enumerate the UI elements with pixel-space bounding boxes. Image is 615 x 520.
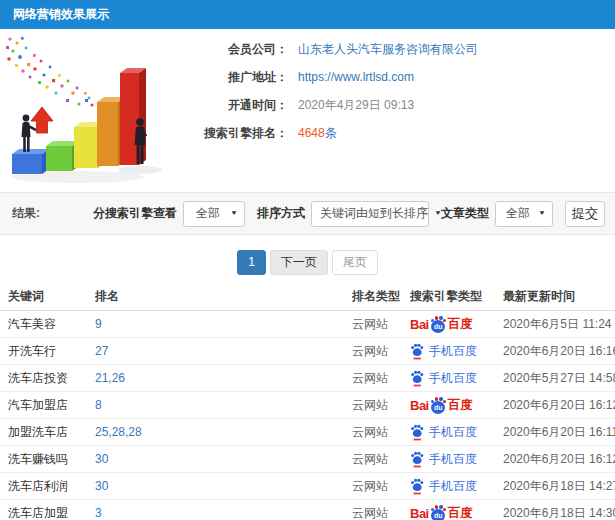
result-label: 结果: xyxy=(12,205,40,222)
header-bar: 网络营销效果展示 xyxy=(0,0,615,29)
sort-filter-label: 排序方式 xyxy=(257,205,305,222)
chevron-down-icon: ▼ xyxy=(538,210,546,217)
rank-link[interactable]: 3 xyxy=(95,506,102,520)
cell-engine: Bai du 百度 手机百度 xyxy=(410,370,503,387)
promo-url-link[interactable]: https://www.lrtlsd.com xyxy=(298,70,414,84)
table-row: 洗车店利润 30 云网站 Bai du 百度 xyxy=(0,473,615,500)
paw-icon xyxy=(410,478,424,495)
company-info-list: 会员公司： 山东老人头汽车服务咨询有限公司 推广地址： https://www.… xyxy=(188,29,615,192)
rank-link[interactable]: 30 xyxy=(95,452,108,466)
info-section: 会员公司： 山东老人头汽车服务咨询有限公司 推广地址： https://www.… xyxy=(0,29,615,192)
rank-link[interactable]: 30 xyxy=(95,479,108,493)
rank-count-number: 4648 xyxy=(298,126,325,140)
pagination: 1 下一页 尾页 xyxy=(0,249,615,275)
filter-controls: 分搜索引擎查看 全部 ▼ 排序方式 关键词由短到长排序 ▼ 文章类型 全部 ▼ … xyxy=(81,201,605,227)
table-row: 洗车赚钱吗 30 云网站 Bai du 百度 xyxy=(0,446,615,473)
table-row: 洗车店加盟 3 云网站 Bai du 百度 xyxy=(0,500,615,520)
cell-rank: 21,26 xyxy=(95,371,352,385)
baidu-logo-bai-text: Bai xyxy=(410,398,429,413)
open-time-value: 2020年4月29日 09:13 xyxy=(298,97,414,114)
rank-link[interactable]: 25,28,28 xyxy=(95,425,142,439)
rank-link[interactable]: 21,26 xyxy=(95,371,125,385)
cell-rank: 9 xyxy=(95,317,352,331)
info-row-rank-count: 搜索引擎排名： 4648条 xyxy=(188,119,615,147)
cell-rank: 3 xyxy=(95,506,352,520)
pagination-page-1[interactable]: 1 xyxy=(237,250,266,275)
cell-rank-type: 云网站 xyxy=(352,505,410,520)
header-rank: 排名 xyxy=(95,288,352,305)
cell-engine: Bai du 百度 手机百度 xyxy=(410,505,503,520)
paw-icon xyxy=(410,451,424,468)
cell-engine: Bai du 百度 手机百度 xyxy=(410,397,503,414)
info-row-company: 会员公司： 山东老人头汽车服务咨询有限公司 xyxy=(188,35,615,63)
cell-engine: Bai du 百度 手机百度 xyxy=(410,451,503,468)
paw-icon xyxy=(410,370,424,387)
cell-rank-type: 云网站 xyxy=(352,478,410,495)
company-name-link[interactable]: 山东老人头汽车服务咨询有限公司 xyxy=(298,41,478,58)
confetti-dots xyxy=(6,37,94,107)
article-type-label: 文章类型 xyxy=(441,205,489,222)
submit-button[interactable]: 提交 xyxy=(565,201,605,227)
cell-engine: Bai du 百度 手机百度 xyxy=(410,424,503,441)
cell-time: 2020年6月5日 11:24 xyxy=(503,316,615,333)
cell-rank: 27 xyxy=(95,344,352,358)
cell-time: 2020年6月18日 14:30 xyxy=(503,505,615,520)
page-title: 网络营销效果展示 xyxy=(13,6,109,23)
cell-keyword: 开洗车行 xyxy=(8,343,95,360)
marketing-chart-illustration xyxy=(0,29,188,189)
info-row-open-time: 开通时间： 2020年4月29日 09:13 xyxy=(188,91,615,119)
cell-rank-type: 云网站 xyxy=(352,424,410,441)
cell-keyword: 洗车店加盟 xyxy=(8,505,95,520)
rank-link[interactable]: 9 xyxy=(95,317,102,331)
cell-keyword: 洗车店利润 xyxy=(8,478,95,495)
baidu-paw-icon: du xyxy=(430,397,447,414)
mobile-baidu-logo: 手机百度 xyxy=(410,343,477,360)
cell-rank: 30 xyxy=(95,452,352,466)
table-row: 洗车店投资 21,26 云网站 Bai du 百度 xyxy=(0,365,615,392)
cell-keyword: 洗车店投资 xyxy=(8,370,95,387)
table-row: 汽车美容 9 云网站 Bai du 百度 xyxy=(0,311,615,338)
cell-time: 2020年5月27日 14:58 xyxy=(503,370,615,387)
info-row-url: 推广地址： https://www.lrtlsd.com xyxy=(188,63,615,91)
mobile-baidu-label: 手机百度 xyxy=(429,343,477,360)
article-type-value: 全部 xyxy=(504,205,538,222)
header-update-time: 最新更新时间 xyxy=(503,288,615,305)
rank-link[interactable]: 8 xyxy=(95,398,102,412)
cell-rank: 30 xyxy=(95,479,352,493)
cell-rank: 25,28,28 xyxy=(95,425,352,439)
baidu-logo-cn-text: 百度 xyxy=(448,505,473,520)
pagination-last-button[interactable]: 尾页 xyxy=(332,250,378,275)
cell-rank-type: 云网站 xyxy=(352,370,410,387)
article-type-select[interactable]: 全部 ▼ xyxy=(495,201,553,227)
mobile-baidu-label: 手机百度 xyxy=(429,478,477,495)
bar-chart-clipart xyxy=(0,29,188,189)
mobile-baidu-label: 手机百度 xyxy=(429,424,477,441)
cell-keyword: 洗车赚钱吗 xyxy=(8,451,95,468)
header-engine-type: 搜索引擎类型 xyxy=(410,288,503,305)
engine-filter-value: 全部 xyxy=(192,205,230,222)
baidu-paw-icon: du xyxy=(430,505,447,520)
header-keyword: 关键词 xyxy=(8,288,95,305)
cell-keyword: 汽车美容 xyxy=(8,316,95,333)
cell-engine: Bai du 百度 手机百度 xyxy=(410,343,503,360)
sort-filter-select[interactable]: 关键词由短到长排序 ▼ xyxy=(311,201,429,227)
rank-count-value: 4648条 xyxy=(298,125,337,142)
rank-count-unit: 条 xyxy=(325,126,337,140)
table-header-row: 关键词 排名 排名类型 搜索引擎类型 最新更新时间 xyxy=(0,283,615,311)
rank-count-label: 搜索引擎排名： xyxy=(188,125,288,142)
cell-engine: Bai du 百度 手机百度 xyxy=(410,478,503,495)
engine-filter-select[interactable]: 全部 ▼ xyxy=(183,201,245,227)
cell-time: 2020年6月20日 16:12 xyxy=(503,451,615,468)
baidu-du-circle: du xyxy=(431,401,445,414)
baidu-logo-bai-text: Bai xyxy=(410,506,429,520)
cell-time: 2020年6月18日 14:27 xyxy=(503,478,615,495)
cell-keyword: 汽车加盟店 xyxy=(8,397,95,414)
pagination-next-button[interactable]: 下一页 xyxy=(270,250,328,275)
filter-bar: 结果: 分搜索引擎查看 全部 ▼ 排序方式 关键词由短到长排序 ▼ 文章类型 全… xyxy=(0,192,615,235)
cell-rank: 8 xyxy=(95,398,352,412)
table-row: 开洗车行 27 云网站 Bai du 百度 xyxy=(0,338,615,365)
cell-rank-type: 云网站 xyxy=(352,343,410,360)
baidu-du-circle: du xyxy=(431,509,445,520)
rank-link[interactable]: 27 xyxy=(95,344,108,358)
baidu-logo-cn-text: 百度 xyxy=(448,316,473,333)
